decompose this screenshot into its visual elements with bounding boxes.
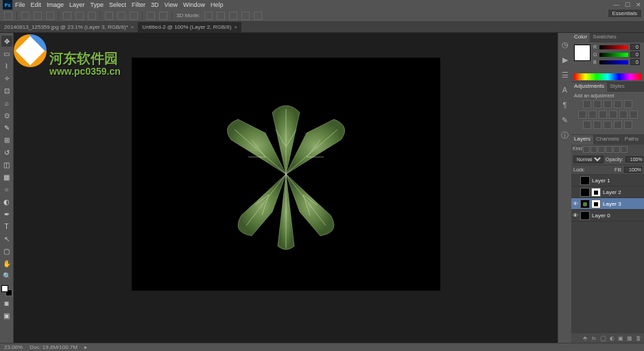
doc-tab-2-close-icon[interactable]: × [234,24,237,30]
magic-wand-tool[interactable]: ✧ [1,73,12,84]
opt-icon-4[interactable] [63,12,71,20]
chevron-right-icon[interactable]: ▸ [84,344,87,350]
layer-row[interactable]: 👁 Layer 3 [571,198,644,210]
layer-mask-icon[interactable]: ◯ [599,335,606,341]
adj-colorbalance-icon[interactable] [588,110,597,119]
adj-threshold-icon[interactable] [604,121,612,129]
close-button[interactable]: ✕ [636,1,641,8]
document-canvas[interactable] [132,58,440,291]
hand-tool[interactable]: ✋ [1,258,12,269]
filter-adjust-icon[interactable] [598,146,605,153]
layer-row[interactable]: Layer 2 [571,186,644,198]
delete-layer-icon[interactable]: 🗑 [635,335,642,341]
layers-tab[interactable]: Layers [571,135,593,145]
adj-channelmixer-icon[interactable] [619,110,628,119]
adj-curves-icon[interactable] [604,100,612,108]
layer-name[interactable]: Layer 2 [603,189,621,195]
paths-tab[interactable]: Paths [622,135,641,145]
zoom-tool[interactable]: 🔍 [1,270,12,281]
layer-style-icon[interactable]: fx [591,335,597,341]
filter-smart-icon[interactable] [621,146,628,153]
gradient-tool[interactable]: ▦ [1,171,12,182]
fill-input[interactable] [624,167,642,173]
menu-select[interactable]: Select [109,1,126,8]
tool-preset-icon[interactable] [4,12,12,20]
minimize-button[interactable]: — [613,1,619,8]
visibility-toggle[interactable]: 👁 [571,201,580,207]
adj-gradientmap-icon[interactable] [614,121,622,129]
layer-group-icon[interactable]: ▣ [617,335,624,341]
filter-kind-icon[interactable] [583,146,590,153]
menu-filter[interactable]: Filter [132,1,145,8]
opt-icon-11[interactable] [159,12,167,20]
opt-icon-10[interactable] [147,12,155,20]
3d-icon-4[interactable] [241,12,250,20]
eyedropper-tool[interactable]: ⌕ [1,97,12,108]
swatches-tab[interactable]: Swatches [590,33,619,43]
layer-name[interactable]: Layer 3 [603,201,621,207]
new-layer-icon[interactable]: ▦ [626,335,633,341]
healing-brush-tool[interactable]: ⊙ [1,110,12,121]
channels-tab[interactable]: Channels [593,135,622,145]
brush-tool[interactable]: ✎ [1,122,12,133]
history-panel-icon[interactable]: ◷ [560,40,570,49]
color-tab[interactable]: Color [571,33,590,43]
filter-shape-icon[interactable] [613,146,620,153]
quick-mask-tool[interactable]: ◙ [1,298,12,308]
screen-mode-tool[interactable]: ▣ [1,310,12,321]
adj-selectivecolor-icon[interactable] [624,121,632,129]
layer-thumb[interactable] [580,188,590,197]
opt-icon-1[interactable] [21,12,29,20]
opt-icon-3[interactable] [46,12,54,20]
blur-tool[interactable]: ○ [1,184,12,195]
menu-edit[interactable]: Edit [31,1,42,8]
adj-invert-icon[interactable] [583,121,591,129]
menu-image[interactable]: Image [47,1,64,8]
adj-vibrance-icon[interactable] [624,100,632,108]
menu-view[interactable]: View [165,1,178,8]
doc-info[interactable]: Doc: 19.8M/100.7M [29,344,77,350]
blend-mode-select[interactable]: Normal [573,156,604,163]
3d-icon-5[interactable] [254,12,262,20]
fg-color[interactable] [1,285,8,292]
move-tool[interactable]: ✥ [1,36,12,47]
adj-levels-icon[interactable] [593,100,601,108]
layer-mask-thumb[interactable] [591,188,601,197]
type-tool[interactable]: T [1,221,12,232]
lasso-tool[interactable]: ⌇ [1,60,12,71]
color-swatch[interactable] [574,45,591,61]
opt-icon-8[interactable] [117,12,126,20]
filter-pixel-icon[interactable] [591,146,597,153]
canvas-area[interactable]: 河东软件园 www.pc0359.cn [14,33,558,343]
layer-name[interactable]: Layer 1 [592,178,610,184]
path-selection-tool[interactable]: ↖ [1,233,12,244]
eraser-tool[interactable]: ◫ [1,159,12,170]
3d-icon-1[interactable] [204,12,213,20]
actions-panel-icon[interactable]: ▶ [560,55,570,64]
menu-3d[interactable]: 3D [151,1,159,8]
crop-tool[interactable]: ⊡ [1,85,12,96]
character-panel-icon[interactable]: A [560,85,570,95]
opt-icon-7[interactable] [105,12,113,20]
adj-brightness-icon[interactable] [583,100,591,108]
layer-thumb[interactable] [580,176,590,185]
opt-icon-5[interactable] [75,12,84,20]
menu-layer[interactable]: Layer [69,1,85,8]
menu-help[interactable]: Help [211,1,224,8]
color-spectrum[interactable] [574,73,641,80]
adjustments-tab[interactable]: Adjustments [571,82,607,92]
paragraph-panel-icon[interactable]: ¶ [560,100,570,110]
adj-colorlookup-icon[interactable] [630,110,638,119]
link-layers-icon[interactable]: ⬘ [582,335,588,341]
r-slider[interactable] [599,45,628,49]
layer-row[interactable]: Layer 1 [571,175,644,186]
brush-panel-icon[interactable]: ✎ [560,115,570,125]
opacity-input[interactable] [625,156,643,162]
doc-tab-1-close-icon[interactable]: × [131,24,134,30]
adj-hue-icon[interactable] [578,110,586,119]
g-slider[interactable] [599,53,628,57]
fg-bg-colors[interactable] [1,285,12,296]
adj-exposure-icon[interactable] [614,100,622,108]
adj-photofilter-icon[interactable] [609,110,617,119]
marquee-tool[interactable]: ▭ [1,48,12,59]
